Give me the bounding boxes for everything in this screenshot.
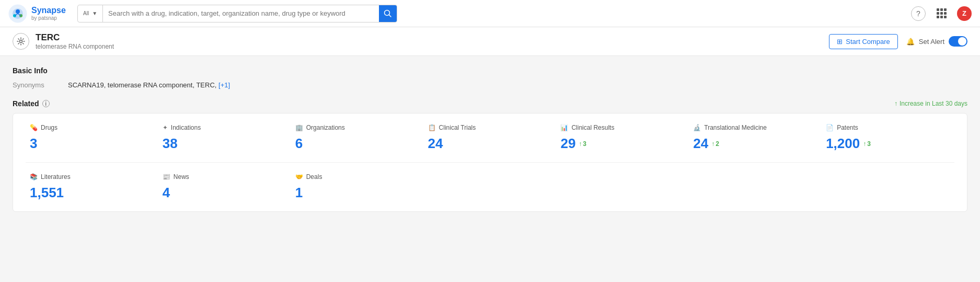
filter-value: All — [83, 10, 89, 16]
clinical-results-label: Clinical Results — [571, 124, 614, 131]
search-filter-bar: All ▼ — [77, 5, 397, 22]
logo-sub: by patsnap — [31, 15, 66, 21]
related-item-translational-medicine-header: 🔬 Translational Medicine — [693, 124, 817, 131]
related-item-clinical-results-header: 📊 Clinical Results — [560, 124, 685, 131]
logo-area: Synapse by patsnap — [8, 4, 71, 23]
synonyms-label: Synonyms — [13, 81, 60, 89]
alert-toggle[interactable] — [949, 36, 967, 47]
patents-label: Patents — [837, 124, 858, 131]
page-header-right: ⊞ Start Compare 🔔 Set Alert — [829, 34, 967, 49]
organizations-count: 6 — [295, 136, 420, 152]
deals-label: Deals — [306, 173, 322, 181]
clinical-results-increase: ↑ 3 — [579, 140, 586, 148]
related-grid-row1: 💊 Drugs 3 ✦ Indications 38 🏢 Organiz — [26, 124, 954, 163]
indications-count: 38 — [163, 136, 287, 152]
related-item-deals-header: 🤝 Deals — [295, 173, 420, 181]
toggle-knob — [958, 37, 966, 46]
related-header: Related i ↑ Increase in Last 30 days — [13, 99, 967, 108]
related-item-news-header: 📰 News — [163, 173, 287, 181]
clinical-trials-label: Clinical Trials — [439, 124, 476, 131]
logo-text: Synapse by patsnap — [31, 6, 66, 21]
related-item-indications-header: ✦ Indications — [163, 124, 287, 131]
increase-arrow-icon: ↑ — [894, 100, 897, 107]
synonyms-row: Synonyms SCARNA19, telomerase RNA compon… — [13, 81, 967, 89]
up-arrow-icon2: ↑ — [711, 140, 714, 148]
related-item-news[interactable]: 📰 News 4 — [158, 173, 291, 201]
synonyms-more-link[interactable]: [+1] — [218, 81, 230, 89]
increase-label: Increase in Last 30 days — [900, 100, 967, 107]
clinical-trials-count: 24 — [428, 136, 552, 152]
synapse-logo-icon — [8, 4, 27, 23]
related-title: Related i — [13, 99, 50, 108]
translational-medicine-label: Translational Medicine — [704, 124, 767, 131]
related-item-literatures-header: 📚 Literatures — [30, 173, 154, 181]
related-item-deals[interactable]: 🤝 Deals 1 — [291, 173, 424, 201]
drugs-count: 3 — [30, 136, 154, 152]
news-count: 4 — [163, 185, 287, 201]
compare-label: Start Compare — [846, 38, 890, 46]
related-item-clinical-results[interactable]: 📊 Clinical Results 29 ↑ 3 — [556, 124, 689, 152]
basic-info-title: Basic Info — [13, 66, 967, 75]
drug-icon: 💊 — [30, 124, 38, 131]
related-info-icon[interactable]: i — [42, 100, 50, 107]
related-item-indications[interactable]: ✦ Indications 38 — [158, 124, 291, 152]
up-arrow-icon: ↑ — [579, 140, 582, 148]
alert-label: Set Alert — [919, 38, 944, 46]
header-right: ? Z — [911, 6, 972, 21]
compare-icon: ⊞ — [837, 38, 843, 46]
main-content: Basic Info Synonyms SCARNA19, telomerase… — [0, 56, 980, 222]
search-input[interactable] — [108, 9, 370, 17]
search-button[interactable] — [379, 5, 397, 22]
up-arrow-icon3: ↑ — [863, 140, 866, 148]
patents-count: 1,200 ↑ 3 — [826, 136, 950, 152]
dropdown-arrow-icon: ▼ — [92, 10, 97, 16]
app-header: Synapse by patsnap All ▼ ? Z — [0, 0, 980, 27]
search-input-wrap — [103, 9, 375, 17]
related-title-text: Related — [13, 99, 39, 108]
indications-icon: ✦ — [163, 124, 168, 131]
related-section: Related i ↑ Increase in Last 30 days 💊 D… — [13, 99, 967, 212]
related-item-drugs-header: 💊 Drugs — [30, 124, 154, 131]
lit-icon: 📚 — [30, 173, 38, 181]
patents-icon: 📄 — [826, 124, 834, 131]
filter-dropdown[interactable]: All ▼ — [78, 5, 103, 22]
related-item-patents-header: 📄 Patents — [826, 124, 950, 131]
org-icon: 🏢 — [295, 124, 303, 131]
help-button[interactable]: ? — [911, 6, 926, 21]
related-item-organizations-header: 🏢 Organizations — [295, 124, 420, 131]
translational-medicine-increase: ↑ 2 — [711, 140, 719, 148]
related-item-translational-medicine[interactable]: 🔬 Translational Medicine 24 ↑ 2 — [689, 124, 822, 152]
related-grid-row2: 📚 Literatures 1,551 📰 News 4 🤝 Deal — [26, 173, 954, 201]
user-avatar[interactable]: Z — [957, 6, 972, 21]
related-item-drugs[interactable]: 💊 Drugs 3 — [26, 124, 158, 152]
patents-increase: ↑ 3 — [863, 140, 871, 148]
increase-text: ↑ Increase in Last 30 days — [894, 100, 967, 107]
svg-line-8 — [389, 15, 391, 17]
indications-label: Indications — [171, 124, 201, 131]
related-item-clinical-trials[interactable]: 📋 Clinical Trials 24 — [424, 124, 557, 152]
gear-icon — [17, 37, 25, 46]
literatures-label: Literatures — [41, 173, 71, 181]
related-item-organizations[interactable]: 🏢 Organizations 6 — [291, 124, 424, 152]
drugs-label: Drugs — [41, 124, 57, 131]
grid-icon — [937, 8, 947, 18]
deals-count: 1 — [295, 185, 420, 201]
svg-point-9 — [20, 40, 22, 43]
trials-icon: 📋 — [428, 124, 436, 131]
alert-icon: 🔔 — [906, 38, 915, 46]
related-item-literatures[interactable]: 📚 Literatures 1,551 — [26, 173, 158, 201]
start-compare-button[interactable]: ⊞ Start Compare — [829, 34, 898, 49]
svg-point-2 — [16, 9, 20, 14]
logo-name: Synapse — [31, 6, 66, 15]
deals-icon: 🤝 — [295, 173, 303, 181]
news-icon: 📰 — [163, 173, 170, 181]
synonyms-value: SCARNA19, telomerase RNA component, TERC… — [68, 81, 230, 89]
page-subtitle: telomerase RNA component — [36, 43, 114, 50]
apps-button[interactable] — [934, 6, 949, 21]
results-icon: 📊 — [560, 124, 568, 131]
related-item-patents[interactable]: 📄 Patents 1,200 ↑ 3 — [822, 124, 954, 152]
settings-icon-button[interactable] — [13, 33, 29, 50]
synonyms-text: SCARNA19, telomerase RNA component, TERC… — [68, 81, 216, 89]
set-alert-section: 🔔 Set Alert — [906, 36, 967, 47]
page-header: TERC telomerase RNA component ⊞ Start Co… — [0, 27, 980, 56]
